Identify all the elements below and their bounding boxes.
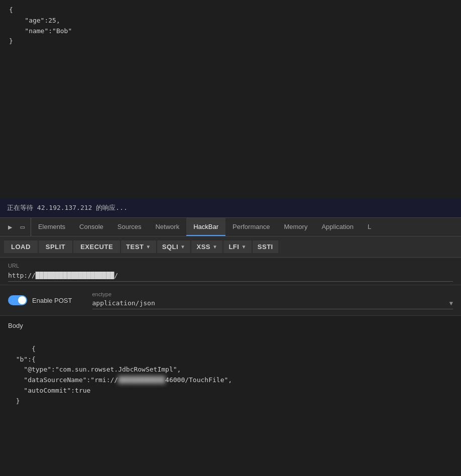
post-section: Enable POST enctype application/json app…	[0, 285, 461, 316]
xss-label: XSS	[196, 243, 210, 251]
body-label: Body	[8, 322, 453, 329]
xss-dropdown[interactable]: XSS ▼	[191, 241, 222, 253]
json-line-1: {	[9, 5, 452, 16]
enctype-section: enctype application/json application/x-w…	[92, 291, 453, 309]
cursor-icon[interactable]: ▶	[6, 222, 14, 232]
enctype-arrow-icon: ▼	[449, 300, 453, 307]
status-text: 正在等待 42.192.137.212 的响应...	[7, 203, 128, 212]
json-line-4: }	[9, 36, 452, 47]
browser-content-area: { "age":25, "name":"Bob" }	[0, 0, 461, 198]
tab-memory[interactable]: Memory	[277, 218, 314, 236]
tab-more[interactable]: L	[361, 218, 378, 236]
sqli-label: SQLI	[162, 243, 178, 251]
tab-application[interactable]: Application	[314, 218, 361, 236]
test-label: TEST	[126, 243, 144, 251]
sqli-arrow-icon: ▼	[180, 244, 185, 250]
url-section: URL	[0, 258, 461, 285]
enctype-label: enctype	[92, 291, 453, 297]
devtools-panel: ▶ ▭ Elements Console Sources Network Hac…	[0, 217, 461, 456]
url-label: URL	[8, 263, 453, 269]
lfi-dropdown[interactable]: LFI ▼	[223, 241, 251, 253]
tab-sources[interactable]: Sources	[110, 218, 149, 236]
load-button[interactable]: LOAD	[4, 241, 38, 253]
devtools-tabbar: ▶ ▭ Elements Console Sources Network Hac…	[0, 217, 461, 236]
execute-button[interactable]: EXECUTE	[73, 241, 120, 253]
sqli-dropdown[interactable]: SQLI ▼	[157, 241, 191, 253]
body-redacted: ████████████	[118, 376, 165, 384]
body-content[interactable]: { "b":{ "@type":"com.sun.rowset.JdbcRowS…	[8, 333, 453, 417]
devtools-tabs: Elements Console Sources Network HackBar…	[31, 218, 459, 236]
tab-elements[interactable]: Elements	[31, 218, 72, 236]
enable-post-toggle[interactable]	[8, 295, 27, 305]
json-line-3: "name":"Bob"	[9, 26, 452, 37]
hackbar-toolbar: LOAD SPLIT EXECUTE TEST ▼ SQLI ▼ XSS ▼ L…	[0, 236, 461, 258]
lfi-arrow-icon: ▼	[241, 244, 246, 250]
tab-hackbar[interactable]: HackBar	[186, 218, 225, 236]
enable-post-label: Enable POST	[32, 297, 72, 304]
tab-console[interactable]: Console	[72, 218, 110, 236]
ssti-dropdown[interactable]: SSTI	[253, 241, 278, 253]
lfi-label: LFI	[228, 243, 239, 251]
test-arrow-icon: ▼	[146, 244, 151, 250]
url-input[interactable]	[8, 271, 453, 282]
device-icon[interactable]: ▭	[18, 222, 26, 232]
split-button[interactable]: SPLIT	[39, 241, 72, 253]
status-bar: 正在等待 42.192.137.212 的响应...	[0, 198, 461, 217]
tab-performance[interactable]: Performance	[225, 218, 277, 236]
tab-network[interactable]: Network	[148, 218, 186, 236]
body-section: Body { "b":{ "@type":"com.sun.rowset.Jdb…	[0, 316, 461, 456]
json-line-2: "age":25,	[9, 16, 452, 26]
xss-arrow-icon: ▼	[212, 244, 217, 250]
ssti-label: SSTI	[258, 243, 273, 251]
devtools-icon-group: ▶ ▭	[2, 218, 31, 236]
enctype-select[interactable]: application/json application/x-www-form-…	[92, 299, 449, 307]
enable-post-container: Enable POST	[8, 295, 72, 305]
enctype-select-wrapper: application/json application/x-www-form-…	[92, 299, 453, 309]
test-dropdown[interactable]: TEST ▼	[121, 241, 156, 253]
